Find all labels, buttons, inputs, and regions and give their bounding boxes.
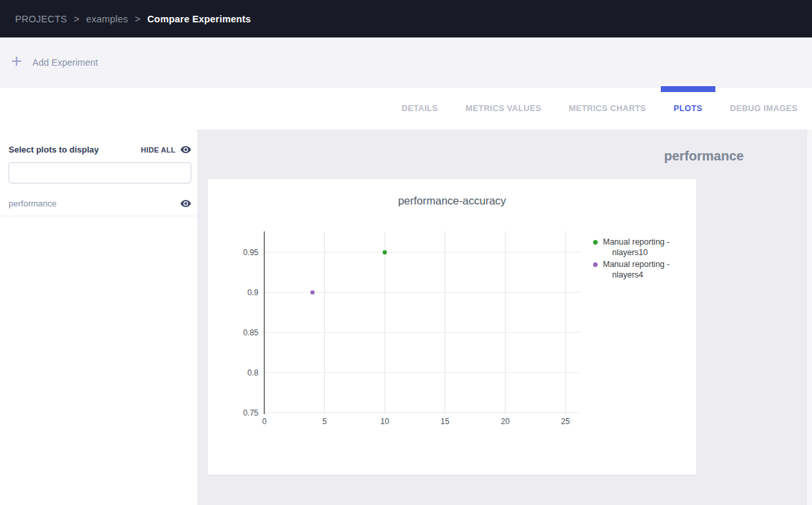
legend-entry[interactable]: Manual reporting - nlayers4: [593, 259, 698, 280]
tab-label: METRICS VALUES: [466, 104, 541, 113]
eye-icon[interactable]: [180, 198, 191, 209]
tab-label: DEBUG IMAGES: [730, 104, 798, 113]
tab-metrics-values[interactable]: METRICS VALUES: [466, 104, 541, 113]
svg-text:0.75: 0.75: [243, 408, 259, 418]
vertical-scrollbar[interactable]: [806, 130, 812, 505]
plot-item-label: performance: [9, 199, 57, 208]
active-tab-indicator: [661, 86, 716, 92]
sidebar-header: Select plots to display HIDE ALL: [9, 144, 191, 155]
svg-text:0: 0: [262, 417, 267, 426]
svg-text:0.85: 0.85: [243, 328, 259, 337]
top-bar: PROJECTS > examples > Compare Experiment…: [0, 0, 812, 37]
plot-list-item: performance: [0, 193, 197, 216]
sidebar: Select plots to display HIDE ALL perform…: [0, 130, 197, 505]
tab-label: DETAILS: [402, 104, 438, 113]
plot-list: performance: [0, 193, 197, 216]
svg-text:20: 20: [501, 417, 510, 426]
plot-filter-input[interactable]: [9, 162, 191, 183]
plot-section-title: performance: [664, 149, 744, 164]
breadcrumb-separator: >: [74, 14, 80, 24]
tab-label: METRICS CHARTS: [569, 104, 646, 113]
legend-label: Manual reporting - nlayers4: [603, 259, 682, 280]
add-experiment-button[interactable]: + Add Experiment: [11, 54, 98, 70]
breadcrumb: PROJECTS > examples > Compare Experiment…: [15, 14, 251, 24]
hide-all-label: HIDE ALL: [141, 146, 176, 154]
page: PROJECTS > examples > Compare Experiment…: [0, 0, 812, 505]
main-content: performance performance-accuracy 0.750.8…: [197, 130, 812, 505]
svg-text:25: 25: [561, 417, 570, 426]
eye-icon: [180, 144, 191, 155]
legend-entry[interactable]: Manual reporting - nlayers10: [593, 237, 698, 258]
svg-text:0.8: 0.8: [247, 368, 258, 377]
svg-text:10: 10: [381, 417, 390, 426]
tab-details[interactable]: DETAILS: [402, 104, 438, 113]
svg-text:0.95: 0.95: [243, 248, 259, 257]
plot-card: performance-accuracy 0.750.80.850.90.950…: [208, 179, 696, 475]
plot-canvas: 0.750.80.850.90.950510152025: [208, 179, 696, 475]
legend-label: Manual reporting - nlayers10: [603, 237, 682, 258]
add-experiment-label: Add Experiment: [32, 57, 98, 68]
legend-dot: [593, 262, 598, 267]
legend-dot: [593, 240, 598, 245]
tab-label: PLOTS: [674, 104, 703, 113]
svg-text:5: 5: [322, 417, 327, 426]
chart-legend: Manual reporting - nlayers10Manual repor…: [593, 237, 698, 281]
breadcrumb-examples[interactable]: examples: [86, 14, 128, 24]
tab-bar: DETAILSMETRICS VALUESMETRICS CHARTSPLOTS…: [0, 87, 812, 130]
hide-all-button[interactable]: HIDE ALL: [141, 144, 191, 155]
breadcrumb-separator: >: [135, 14, 141, 24]
breadcrumb-current: Compare Experiments: [147, 14, 251, 24]
tab-debug-images[interactable]: DEBUG IMAGES: [730, 104, 798, 113]
plus-icon: +: [11, 52, 22, 70]
action-bar: + Add Experiment: [0, 37, 812, 87]
tab-plots[interactable]: PLOTS: [674, 104, 703, 113]
tab-metrics-charts[interactable]: METRICS CHARTS: [569, 104, 646, 113]
svg-text:15: 15: [441, 417, 450, 426]
svg-text:0.9: 0.9: [247, 288, 258, 297]
breadcrumb-projects[interactable]: PROJECTS: [15, 14, 67, 24]
sidebar-heading: Select plots to display: [9, 145, 99, 155]
